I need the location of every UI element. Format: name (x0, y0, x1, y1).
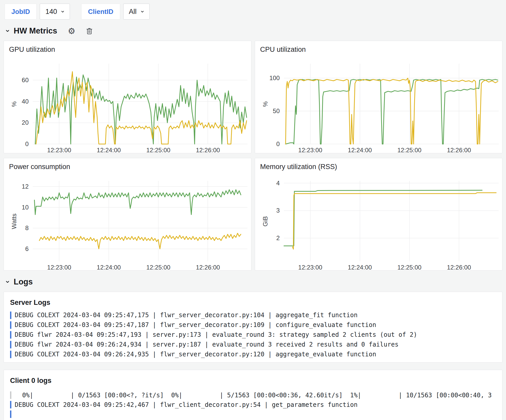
x-tick-label: 12:26:00 (438, 264, 480, 271)
log-level-bar (10, 401, 11, 408)
x-tick-label: 12:25:00 (138, 264, 179, 271)
panel-title[interactable]: CPU utilization (260, 46, 306, 54)
y-tick-label: 2 (255, 234, 280, 242)
series-yellow (36, 72, 247, 144)
panel-title[interactable]: Power consumption (9, 163, 70, 171)
x-tick-label: 12:24:00 (88, 147, 129, 154)
panel-title[interactable]: Memory utilization (RSS) (260, 163, 337, 171)
log-level-bar (10, 351, 11, 358)
x-tick-label: 12:26:00 (187, 147, 228, 154)
client-0-logs-list: 0%| | 0/1563 [00:00<?, ?it/s] 0%| | 5/15… (10, 390, 496, 419)
x-tick-label: 12:23:00 (39, 147, 80, 154)
section-title-logs: Logs (14, 277, 33, 287)
y-tick-label: 4 (255, 180, 280, 187)
log-line (10, 409, 496, 419)
panel-cpu-utilization: CPU utilization % 05010012:23:0012:24:00… (255, 41, 503, 153)
y-tick-label: 3 (255, 207, 280, 214)
y-tick-label: 100 (255, 74, 280, 82)
server-logs-panel: Server Logs DEBUG COLEXT 2024-03-04 09:2… (4, 292, 502, 363)
y-axis-label: % (262, 101, 269, 107)
y-tick-label: 12 (4, 183, 29, 190)
log-text: DEBUG COLEXT 2024-03-04 09:25:47,187 | f… (15, 321, 376, 329)
y-tick-label: 40 (4, 98, 29, 105)
client-0-logs-title: Client 0 logs (10, 377, 496, 385)
y-tick-label: 0 (255, 140, 280, 148)
log-text: DEBUG COLEXT 2024-03-04 09:25:47,175 | f… (15, 312, 357, 319)
section-title-hw-metrics: HW Metrics (14, 26, 57, 36)
log-text: 0%| | 0/1563 [00:00<?, ?it/s] 0%| | 5/15… (15, 392, 492, 399)
x-tick-label: 12:25:00 (389, 264, 430, 271)
dashboard: { "toolbar": { "filters": [ { "label": "… (0, 0, 506, 420)
log-line: DEBUG flwr 2024-03-04 09:26:24,934 | ser… (10, 340, 496, 349)
clientid-label[interactable]: ClientID (81, 4, 120, 20)
log-line: DEBUG COLEXT 2024-03-04 09:25:47,187 | f… (10, 320, 496, 330)
series-yellow (292, 193, 496, 249)
x-tick-label: 12:25:00 (138, 147, 179, 154)
series-green (285, 79, 498, 144)
y-tick-label: 10 (4, 204, 29, 211)
series-yellow (39, 233, 241, 249)
x-tick-label: 12:23:00 (39, 264, 80, 271)
panel-title[interactable]: GPU utilization (9, 46, 55, 54)
log-line: 0%| | 0/1563 [00:00<?, ?it/s] 0%| | 5/15… (10, 390, 496, 400)
x-tick-label: 12:23:00 (290, 147, 331, 154)
section-header-logs[interactable]: Logs (5, 277, 502, 287)
jobid-label-text: JobID (11, 8, 30, 16)
series-green (284, 190, 482, 246)
log-text: DEBUG flwr 2024-03-04 09:26:24,934 | ser… (15, 341, 398, 348)
chart-canvas (284, 181, 499, 261)
x-tick-label: 12:23:00 (290, 264, 331, 271)
jobid-value: 140 (45, 8, 57, 16)
cpu-utilization-chart (284, 64, 499, 144)
jobid-dropdown[interactable]: 140 (40, 4, 70, 20)
x-tick-label: 12:26:00 (438, 147, 480, 154)
chevron-down-icon (60, 9, 65, 14)
panel-power-consumption: Power consumption Watts 68101212:23:0012… (4, 158, 251, 271)
chart-canvas (33, 64, 248, 144)
clientid-dropdown[interactable]: All (123, 4, 150, 20)
dashboard-controls: JobID 140 ClientID All (5, 4, 502, 20)
log-text: DEBUG COLEXT 2024-03-04 09:26:24,935 | f… (15, 351, 376, 358)
server-logs-list: DEBUG COLEXT 2024-03-04 09:25:47,175 | f… (10, 310, 496, 359)
client-0-logs-panel: Client 0 logs 0%| | 0/1563 [00:00<?, ?it… (4, 370, 502, 420)
log-level-bar (10, 391, 11, 399)
chevron-down-icon (140, 9, 145, 14)
power-consumption-chart (33, 181, 248, 261)
clientid-value: All (129, 8, 137, 16)
y-tick-label: 50 (255, 107, 280, 115)
log-level-bar (10, 321, 11, 329)
x-tick-label: 12:25:00 (389, 147, 430, 154)
x-tick-label: 12:24:00 (88, 264, 129, 271)
y-tick-label: 0 (4, 140, 29, 148)
jobid-label[interactable]: JobID (5, 4, 37, 20)
x-tick-label: 12:24:00 (339, 264, 380, 271)
filter-jobid: JobID 140 (5, 4, 70, 20)
chart-canvas (33, 181, 248, 261)
log-level-bar (10, 331, 11, 339)
chart-row-2: Power consumption Watts 68101212:23:0012… (4, 158, 502, 271)
log-text: DEBUG flwr 2024-03-04 09:25:47,193 | ser… (15, 331, 417, 338)
log-text: DEBUG COLEXT 2024-03-04 09:25:42,467 | f… (15, 401, 357, 408)
log-line: DEBUG COLEXT 2024-03-04 09:26:24,935 | f… (10, 349, 496, 359)
log-level-bar (10, 312, 11, 319)
chevron-down-icon (5, 28, 10, 34)
chart-row-1: GPU utilization % 020406012:23:0012:24:0… (4, 41, 502, 153)
log-line: DEBUG flwr 2024-03-04 09:25:47,193 | ser… (10, 330, 496, 340)
filter-clientid: ClientID All (81, 4, 149, 20)
server-logs-title: Server Logs (10, 299, 496, 307)
y-tick-label: 20 (4, 119, 29, 126)
gear-icon[interactable]: ⚙ (68, 27, 76, 35)
chart-canvas (284, 64, 499, 144)
log-line: DEBUG COLEXT 2024-03-04 09:25:42,467 | f… (10, 400, 496, 409)
memory-utilization-chart (284, 181, 499, 261)
clientid-label-text: ClientID (88, 8, 113, 16)
trash-icon[interactable] (86, 27, 93, 35)
y-tick-label: 6 (4, 245, 29, 253)
y-tick-label: 60 (4, 77, 29, 84)
panel-gpu-utilization: GPU utilization % 020406012:23:0012:24:0… (4, 41, 251, 153)
x-tick-label: 12:24:00 (339, 147, 380, 154)
series-green (35, 75, 247, 144)
chevron-down-icon (5, 279, 10, 285)
section-header-hw-metrics[interactable]: HW Metrics ⚙ (5, 26, 502, 36)
x-tick-label: 12:26:00 (187, 264, 228, 271)
